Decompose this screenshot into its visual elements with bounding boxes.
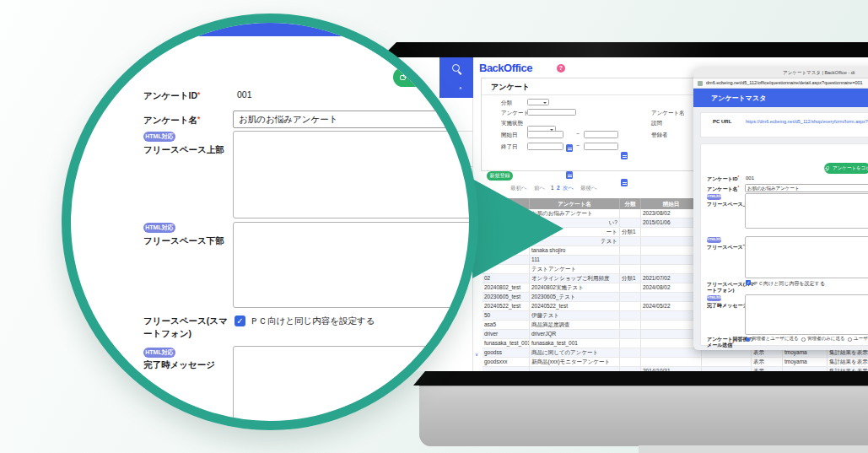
survey-name-label: アンケート名 — [651, 110, 685, 117]
end-date-to-input[interactable] — [584, 143, 618, 150]
name-column-header: アンケート名 — [530, 198, 620, 209]
survey-name-input[interactable]: お肌のお悩みアンケート — [233, 111, 469, 128]
survey-name-label: アンケート名* — [143, 115, 200, 127]
start-date-from-input[interactable] — [527, 131, 563, 138]
site-favicon — [698, 81, 703, 86]
start-date-cell — [641, 348, 702, 357]
html-support-badge: HTML対応 — [707, 194, 721, 200]
category-select[interactable] — [527, 99, 549, 105]
status-label: 実施状態 — [501, 120, 523, 127]
free-space-sp-label-2: ートフォン) — [707, 287, 735, 294]
same-as-pc-checkbox[interactable]: ✓ — [235, 315, 245, 326]
pagination-prev[interactable]: 前へ — [534, 185, 545, 192]
survey-name-cell: driverJQR — [530, 330, 620, 338]
sidebar-collapse-icon[interactable]: ∧ — [459, 85, 462, 90]
question-label: 設問 — [651, 120, 662, 127]
free-space-bottom-textarea[interactable] — [233, 222, 469, 308]
category-cell — [620, 348, 641, 357]
register-button[interactable]: 新規登録 — [487, 171, 513, 181]
survey-id-input[interactable] — [527, 109, 576, 116]
end-date-cell — [702, 358, 752, 366]
same-as-pc-label: ＰＣ向けと同じ内容を設定する — [250, 315, 375, 327]
same-as-pc-checkbox[interactable]: ✓ — [746, 280, 751, 285]
html-support-badge: HTML対応 — [143, 132, 175, 142]
calendar-icon[interactable] — [621, 179, 628, 186]
pagination-page-2[interactable]: 2 — [557, 185, 560, 191]
survey-name-input[interactable]: お肌のお悩みアンケート — [745, 184, 868, 192]
pagination-last[interactable]: 最後へ — [580, 185, 597, 192]
survey-id-link[interactable]: asa5 — [483, 321, 530, 329]
aggregate-result-link[interactable]: 集計結果を表示 — [828, 358, 868, 366]
start-date-cell — [641, 358, 702, 366]
pagination-first[interactable]: 最初へ — [510, 185, 527, 192]
table-row[interactable]: 2014/10/31 表示 集計結果を表示 — [483, 367, 868, 371]
survey-name-cell: 20240522_test — [530, 302, 620, 310]
marketing-screenshot: ∧ ∨ BackOffice ? アンケート 分類 アンケートID 実施状態 開… — [0, 0, 868, 453]
start-date-to-input[interactable] — [584, 131, 618, 138]
free-space-top-textarea[interactable] — [745, 193, 868, 229]
category-cell — [620, 283, 641, 292]
popup-window-title: アンケートマスタ | BackOffice - dt — [783, 70, 868, 76]
survey-id-link[interactable]: 20240802_test — [483, 283, 530, 292]
monitor-top-bezel — [381, 42, 868, 57]
end-date-from-input[interactable] — [527, 143, 563, 150]
category-cell — [620, 339, 641, 348]
survey-name-cell: テストアンケート — [530, 265, 620, 273]
survey-id-value: 001 — [237, 89, 252, 100]
html-support-badge: HTML対応 — [707, 237, 721, 243]
category-cell — [620, 367, 641, 371]
survey-id-link[interactable]: driver — [483, 330, 530, 338]
registrant-cell — [783, 367, 828, 371]
survey-id-link[interactable] — [483, 367, 530, 371]
category-cell — [620, 321, 641, 329]
category-cell — [620, 237, 641, 245]
search-icon[interactable] — [452, 64, 461, 75]
monitor-stand — [639, 445, 868, 453]
complete-message-textarea[interactable] — [745, 294, 868, 335]
calendar-icon[interactable] — [621, 152, 628, 159]
menu-expand-icon[interactable]: ∨ — [475, 352, 478, 357]
category-cell: 分類1 — [620, 274, 641, 283]
copy-survey-button[interactable]: アンケートをコピー — [824, 163, 868, 174]
aggregate-result-link[interactable]: 集計結果を表示 — [828, 367, 868, 371]
survey-name-label: アンケート名* — [707, 186, 739, 193]
table-row[interactable]: goodsxxx 新商品(xxx)モニターアンケート 表示 tmoyama 集計… — [483, 358, 868, 367]
radio-user-only[interactable] — [848, 337, 852, 342]
survey-id-link[interactable]: goodsxxx — [483, 358, 530, 366]
calendar-icon[interactable] — [566, 144, 573, 152]
survey-id-link[interactable]: 02 — [483, 274, 530, 283]
radio-admin-only[interactable] — [801, 337, 806, 342]
complete-message-label: 完了時メッセージ — [143, 359, 215, 371]
survey-id-link[interactable]: 50 — [483, 311, 530, 320]
calendar-icon[interactable] — [566, 171, 573, 179]
radio-admin-and-user[interactable] — [746, 337, 750, 342]
survey-name-cell: 商品に関してのアンケート — [530, 348, 620, 357]
free-space-bottom-textarea[interactable] — [745, 236, 868, 278]
help-icon[interactable]: ? — [557, 64, 565, 73]
free-space-sp-label: フリースペース(スマ — [143, 315, 228, 327]
category-cell — [620, 358, 641, 366]
range-separator: ~ — [576, 131, 580, 137]
end-date-cell — [702, 367, 752, 371]
category-cell — [620, 256, 641, 264]
category-cell: 分類1 — [620, 228, 641, 236]
mail-send-label-2: メール送信* — [707, 342, 734, 349]
survey-id-link[interactable]: 20240522_test — [483, 302, 530, 310]
survey-name-cell: お肌のお悩みアンケート — [530, 209, 620, 218]
html-support-badge: HTML対応 — [143, 348, 175, 358]
survey-id-link[interactable]: funasaka_test_001 — [483, 339, 530, 348]
end-date-label: 終了日 — [501, 143, 518, 151]
category-cell — [620, 209, 641, 218]
pc-url-label: PC URL — [713, 119, 731, 124]
pagination-next[interactable]: 次へ — [563, 185, 574, 192]
pc-url-link[interactable]: https://dm6.ecbeing.net/d5_112/shop/ever… — [746, 119, 868, 124]
free-space-top-textarea[interactable] — [233, 131, 469, 218]
magnified-blue-header — [110, 23, 422, 36]
survey-name-cell: tanaka shojiro — [530, 246, 620, 255]
survey-name-cell: 商品満足度調査 — [530, 321, 620, 329]
copy-icon — [824, 166, 829, 171]
survey-name-cell: 伊藤テスト — [530, 311, 620, 320]
survey-id-link[interactable]: goodss — [483, 348, 530, 357]
survey-name-cell — [530, 367, 620, 371]
survey-id-link[interactable]: 20230605_test — [483, 293, 530, 301]
